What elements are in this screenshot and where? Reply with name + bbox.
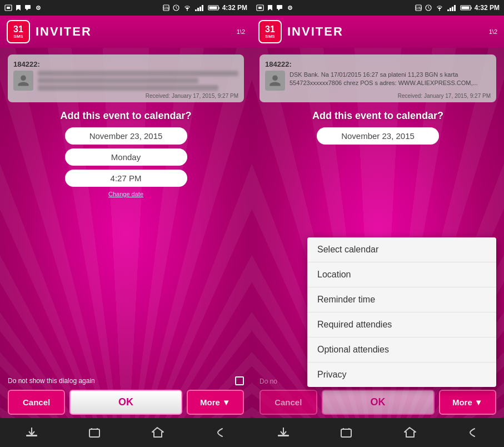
back-nav-icon-left[interactable] [212,425,228,440]
dropdown-item-5[interactable]: Privacy [307,362,496,387]
svg-rect-33 [471,7,472,9]
more-button-left[interactable]: More ▼ [187,390,244,415]
calendar-title-left: Add this event to calendar? [8,110,244,122]
sms-card-right: 184222: DSK Bank. Na 17/01/2015 16:27 sa… [260,54,496,102]
back-nav-icon-right[interactable] [465,425,480,440]
dropdown-item-3[interactable]: Required attendies [307,312,496,337]
sunrays-left [0,48,252,418]
screenshot-icon [4,4,12,12]
more-label-left: More [200,398,220,407]
sms-received-right: Received: January 17, 2015, 9:27 PM [265,93,491,99]
more-arrow-left: ▼ [222,398,231,407]
sms-text-blurred [38,71,238,91]
sms-text-content: DSK Bank. Na 17/01/2015 16:27 sa plateni… [290,71,491,88]
do-not-show-text-right: Do no [260,378,277,385]
do-not-show-row-left: Do not show this dialog again [8,376,244,385]
bottom-area-left: Do not show this dialog again Cancel OK … [0,376,252,418]
dropdown-item-2[interactable]: Reminder time [307,287,496,312]
window-nav-icon-left[interactable] [87,425,102,440]
download-nav-icon-left[interactable] [24,425,39,440]
svg-rect-32 [461,7,469,9]
svg-point-26 [439,10,440,11]
settings-icon [34,4,42,12]
ok-button-left[interactable]: OK [69,390,182,415]
change-date-link-left[interactable]: Change date [8,191,244,197]
main-content-left: 184222: Received: January 17, 2015, 9:27… [0,48,252,418]
chat-icon [24,4,32,12]
blur-line-2 [38,78,198,83]
svg-rect-1 [7,7,10,9]
day-pill-left[interactable]: Monday [65,148,187,166]
app-icon-left: 31 SMS [7,20,30,43]
svg-text:SIM: SIM [415,6,422,10]
page-indicator-right: 1\2 [489,28,497,35]
svg-rect-2 [25,5,31,9]
svg-rect-20 [277,5,282,9]
download-nav-icon-right[interactable] [276,425,291,440]
blur-line-1 [38,71,238,76]
date-pill-left[interactable]: November 23, 2015 [65,127,187,145]
sms-body-left [13,71,238,91]
alarm-icon-r [425,4,432,12]
app-header-left: 31 SMS INVITER 1\2 [0,16,252,48]
sms-received-left: Received: January 17, 2015, 9:27 PM [13,93,238,99]
dropdown-item-0[interactable]: Select calendar [307,237,496,262]
svg-rect-19 [258,7,262,9]
person-icon-left [17,74,30,87]
more-button-right[interactable]: More ▼ [439,390,497,415]
settings-icon-r [286,4,294,12]
sms-sender-left: 184222: [13,60,238,68]
cancel-button-right[interactable]: Cancel [260,390,317,415]
battery-icon [208,4,220,12]
signal-icon-r [447,4,458,12]
bookmark-icon-r [266,4,274,12]
status-icons-right [256,4,294,12]
dropdown-item-1[interactable]: Location [307,262,496,287]
do-not-show-text-left: Do not show this dialog again [8,377,95,385]
svg-rect-35 [341,429,351,437]
svg-rect-15 [218,7,219,9]
left-phone-panel: SIM 4:32 PM 31 SMS INVITER 1\2 184222: [0,0,252,447]
app-title-right: INVITER [287,24,343,39]
status-time: 4:32 PM [222,4,247,12]
home-nav-icon-left[interactable] [149,425,165,440]
chat-icon-r [276,4,284,12]
svg-point-8 [187,10,188,11]
sim-icon-r: SIM [415,4,422,12]
blur-line-3 [38,85,218,91]
right-phone-panel: SIM 4:32 PM 31 SMS INVITER 1\2 184222: D… [252,0,504,447]
svg-text:SIM: SIM [162,6,169,10]
status-right: SIM 4:32 PM [162,4,247,12]
svg-rect-9 [195,9,197,11]
sms-avatar-left [13,71,33,91]
svg-rect-17 [89,429,99,437]
svg-rect-29 [452,7,453,11]
home-nav-icon-right[interactable] [402,425,417,440]
sms-avatar-right [265,71,285,91]
date-pill-right[interactable]: November 23, 2015 [317,127,439,145]
wifi-icon-r [435,4,445,12]
do-not-show-checkbox-left[interactable] [235,376,244,385]
time-pill-left[interactable]: 4:27 PM [65,170,187,187]
status-right-r: SIM 4:32 PM [415,4,500,12]
signal-icon [194,4,206,12]
status-icons-left [4,4,42,12]
ok-button-right[interactable]: OK [322,390,435,415]
dropdown-item-4[interactable]: Optional attendies [307,337,496,362]
window-nav-icon-right[interactable] [338,425,354,440]
bookmark-icon [14,4,22,12]
calendar-prompt-left: Add this event to calendar? November 23,… [0,106,252,197]
svg-rect-11 [199,7,201,11]
svg-rect-14 [209,7,217,9]
nav-bar-right [252,418,504,447]
svg-rect-12 [202,5,203,11]
app-title-left: INVITER [36,24,92,39]
cancel-button-left[interactable]: Cancel [8,390,65,415]
action-buttons-right: Cancel OK More ▼ [260,390,496,415]
more-arrow-right: ▼ [475,398,483,407]
action-buttons-left: Cancel OK More ▼ [8,390,244,415]
app-icon-right: 31 SMS [258,20,282,43]
status-time-r: 4:32 PM [475,4,500,12]
app-header-right: 31 SMS INVITER 1\2 [252,16,504,48]
battery-icon-r [460,4,472,12]
